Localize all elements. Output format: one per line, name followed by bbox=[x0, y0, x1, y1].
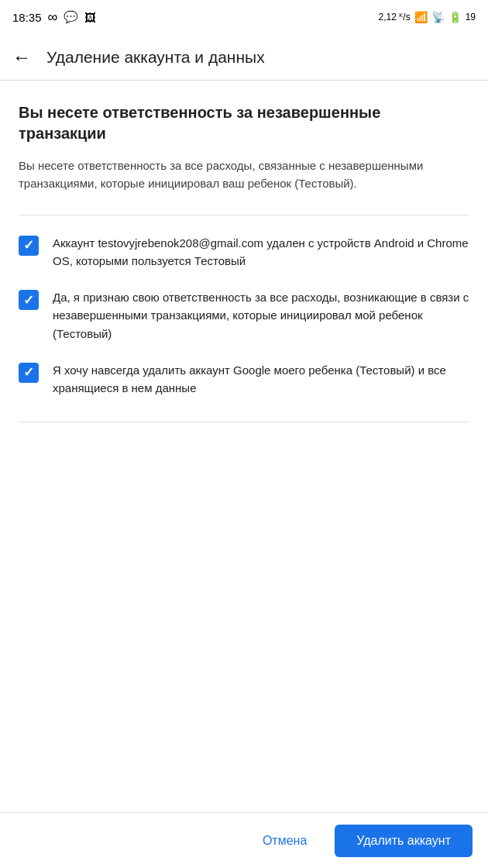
checkbox-list: ✓ Аккаунт testovyjrebenok208@gmail.com у… bbox=[19, 234, 469, 398]
app-bar: ← Удаление аккаунта и данных bbox=[0, 34, 488, 81]
back-button[interactable]: ← bbox=[12, 46, 31, 68]
status-signal-icon: 📶 bbox=[414, 11, 428, 23]
checkbox-item-2[interactable]: ✓ Да, я признаю свою ответственность за … bbox=[19, 288, 469, 343]
status-bar-right: 2,12 ᴷ/s 📶 📡 🔋 19 bbox=[379, 11, 476, 23]
checkbox-item-1[interactable]: ✓ Аккаунт testovyjrebenok208@gmail.com у… bbox=[19, 234, 469, 270]
checkmark-3: ✓ bbox=[23, 366, 34, 379]
checkbox-label-1: Аккаунт testovyjrebenok208@gmail.com уда… bbox=[53, 234, 469, 270]
warning-text: Вы несете ответственность за все расходы… bbox=[19, 157, 469, 193]
status-speed: 2,12 ᴷ/s bbox=[379, 12, 411, 22]
status-message-icon: 💬 bbox=[64, 10, 78, 24]
checkbox-item-3[interactable]: ✓ Я хочу навсегда удалить аккаунт Google… bbox=[19, 361, 469, 398]
bottom-divider bbox=[19, 422, 469, 422]
checkmark-2: ✓ bbox=[23, 294, 34, 307]
status-bar: 18:35 ∞ 💬 🖼 2,12 ᴷ/s 📶 📡 🔋 19 bbox=[0, 0, 488, 34]
checkbox-label-2: Да, я признаю свою ответственность за вс… bbox=[53, 288, 469, 343]
status-image-icon: 🖼 bbox=[84, 11, 96, 24]
main-content: Вы несете ответственность за незавершенн… bbox=[0, 81, 488, 422]
status-bar-left: 18:35 ∞ 💬 🖼 bbox=[12, 9, 96, 26]
status-battery-icon: 🔋 bbox=[448, 11, 462, 23]
action-bar: Отмена Удалить аккаунт bbox=[0, 812, 488, 868]
cancel-button[interactable]: Отмена bbox=[244, 825, 325, 857]
status-infinity-icon: ∞ bbox=[48, 9, 58, 26]
checkbox-2[interactable]: ✓ bbox=[19, 290, 39, 310]
page-title: Удаление аккаунта и данных bbox=[46, 48, 476, 67]
warning-title: Вы несете ответственность за незавершенн… bbox=[19, 102, 469, 144]
checkmark-1: ✓ bbox=[23, 239, 34, 252]
status-wifi-icon: 📡 bbox=[431, 11, 445, 23]
status-time: 18:35 bbox=[12, 11, 42, 24]
checkbox-3[interactable]: ✓ bbox=[19, 363, 39, 383]
delete-account-button[interactable]: Удалить аккаунт bbox=[335, 825, 473, 857]
status-battery-level: 19 bbox=[466, 12, 476, 22]
top-divider bbox=[19, 215, 469, 215]
checkbox-label-3: Я хочу навсегда удалить аккаунт Google м… bbox=[53, 361, 469, 398]
checkbox-1[interactable]: ✓ bbox=[19, 236, 39, 256]
